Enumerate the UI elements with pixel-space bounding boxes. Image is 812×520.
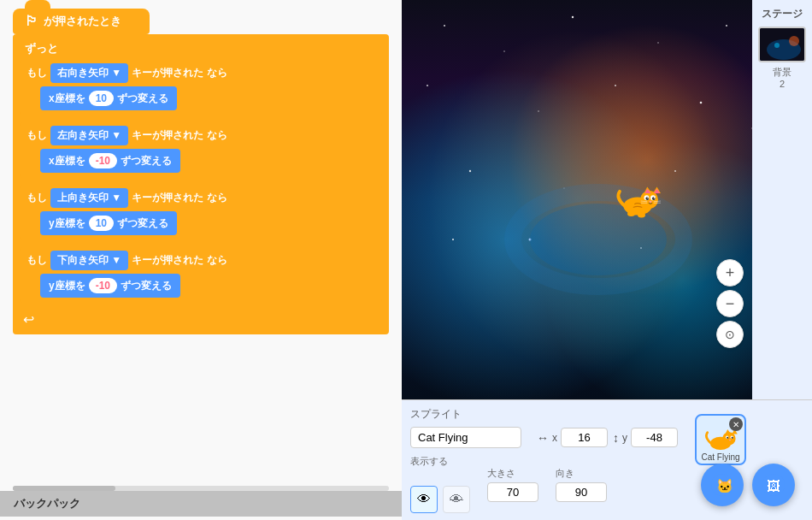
y-coord-group: ↕ y	[613, 428, 678, 447]
svg-point-31	[654, 198, 656, 199]
action-block-2[interactable]: y座標を 10 ずつ変える	[40, 211, 177, 235]
zoom-out-button[interactable]: −	[716, 290, 744, 317]
size-input[interactable]	[487, 482, 538, 502]
if-header-down: もし 下向き矢印 ▼ キーが押された なら	[26, 251, 375, 270]
then-label-1: なら	[207, 128, 227, 143]
if-label-1: もし	[26, 128, 47, 143]
zoom-in-button[interactable]: +	[716, 259, 744, 287]
svg-point-51	[729, 440, 731, 441]
action-val-3: -10	[89, 278, 117, 293]
visibility-group: 表示する 👁 👁	[410, 455, 470, 513]
right-panel: + − ⊙ ステージ 背景 2	[402, 0, 812, 520]
svg-point-29	[652, 197, 656, 200]
action-var-3: y座標を	[49, 279, 85, 293]
action-var-2: y座標を	[49, 216, 85, 231]
svg-point-32	[650, 201, 652, 203]
flag-icon: 🏳	[25, 14, 38, 29]
visibility-buttons: 👁 👁	[410, 486, 470, 513]
y-label: y	[622, 432, 627, 444]
sprite-thumbnails-section: ✕	[695, 407, 803, 469]
svg-point-38	[638, 213, 645, 218]
if-header-up: もし 上向き矢印 ▼ キーが押された なら	[26, 188, 375, 208]
if-block-up[interactable]: もし 上向き矢印 ▼ キーが押された なら y座標を 10 ずつ変える	[20, 185, 382, 240]
svg-point-50	[732, 437, 733, 439]
svg-text:🐱: 🐱	[716, 478, 733, 494]
sprite-coords: ↔ x ↕ y	[537, 428, 678, 447]
key-up-label: 上向き矢印 ▼	[57, 191, 121, 205]
loop-block[interactable]: ずっと もし 右向き矢印 ▼ キーが押された なら x座標を	[13, 34, 389, 334]
key-right-label: 右向き矢印 ▼	[57, 66, 121, 80]
sprite-thumb-cat[interactable]: ✕	[695, 414, 746, 465]
stage-add-icon: 🖼	[762, 473, 786, 497]
cat-sprite	[612, 180, 663, 218]
if-block-down[interactable]: もし 下向き矢印 ▼ キーが押された なら y座標を -10 ずつ変える	[20, 247, 382, 303]
loop-label: ずっと	[20, 38, 382, 60]
backdrop-count: 2	[780, 79, 785, 89]
y-value-input[interactable]	[631, 428, 678, 447]
action-val-1: -10	[89, 153, 117, 168]
svg-point-21	[640, 191, 658, 209]
size-label: 大きさ	[487, 467, 538, 480]
svg-point-44	[722, 432, 735, 445]
action-val-2: 10	[89, 216, 114, 231]
hide-button[interactable]: 👁	[443, 486, 470, 513]
cat-add-icon: 🐱	[710, 473, 734, 497]
stars-overlay	[402, 0, 752, 399]
sprite-name-input[interactable]	[410, 427, 521, 448]
code-area: 🏳 が押されたとき ずっと もし 右向き矢印 ▼ キーが押された	[0, 0, 402, 486]
action-val-0: 10	[89, 91, 114, 106]
show-label: 表示する	[410, 455, 470, 468]
then-label-2: なら	[207, 191, 227, 205]
key-left-pill[interactable]: 左向き矢印 ▼	[50, 126, 128, 145]
key-up-pill[interactable]: 上向き矢印 ▼	[50, 188, 128, 208]
stage-thumbnail[interactable]	[758, 27, 806, 62]
direction-label: 向き	[556, 467, 607, 480]
svg-point-37	[627, 211, 635, 216]
hat-block[interactable]: 🏳 が押されたとき	[13, 9, 150, 34]
direction-group: 向き	[556, 467, 607, 502]
svg-marker-45	[726, 429, 732, 434]
key-pressed-3: キーが押された	[132, 253, 203, 268]
direction-input[interactable]	[556, 482, 607, 502]
key-down-label: 下向き矢印 ▼	[57, 253, 121, 268]
action-var-1: x座標を	[49, 154, 85, 168]
action-block-3[interactable]: y座標を -10 ずつ変える	[40, 274, 180, 298]
svg-point-15	[452, 239, 454, 240]
action-suffix-3: ずつ変える	[121, 279, 172, 293]
x-value-input[interactable]	[561, 428, 608, 447]
svg-point-8	[615, 85, 616, 86]
key-pressed-2: キーが押された	[132, 191, 203, 205]
backpack-bar[interactable]: バックパック	[0, 491, 402, 517]
show-button[interactable]: 👁	[410, 486, 438, 513]
stage-sidebar: ステージ 背景 2	[752, 0, 812, 399]
x-coord-icon: ↔	[537, 431, 549, 445]
hat-block-label: が押されたとき	[44, 14, 121, 29]
svg-point-7	[538, 110, 539, 112]
action-block-1[interactable]: x座標を -10 ずつ変える	[40, 149, 180, 173]
add-backdrop-button[interactable]: 🖼	[752, 464, 795, 506]
backdrop-label: 背景	[773, 66, 791, 79]
key-down-pill[interactable]: 下向き矢印 ▼	[50, 251, 128, 270]
svg-point-9	[700, 102, 703, 104]
if-block-left[interactable]: もし 左向き矢印 ▼ キーが押された なら x座標を -10 ずつ変える	[20, 122, 382, 178]
svg-point-49	[727, 437, 728, 439]
y-coord-icon: ↕	[613, 431, 619, 445]
svg-point-0	[444, 25, 445, 27]
svg-point-13	[674, 170, 676, 172]
x-coord-group: ↔ x	[537, 428, 608, 447]
if-block-right[interactable]: もし 右向き矢印 ▼ キーが押された なら x座標を 10 ずつ変える	[20, 60, 382, 115]
sprite-panel-label: スプライト	[410, 407, 678, 422]
stage-container: + − ⊙ ステージ 背景 2	[402, 0, 812, 399]
add-sprite-button[interactable]: 🐱	[701, 464, 744, 506]
loop-end: ↩	[20, 310, 382, 328]
action-block-0[interactable]: x座標を 10 ずつ変える	[40, 86, 177, 110]
zoom-fit-button[interactable]: ⊙	[716, 321, 744, 348]
key-right-pill[interactable]: 右向き矢印 ▼	[50, 63, 128, 83]
svg-text:🖼: 🖼	[767, 479, 780, 493]
sprite-info-section: スプライト ↔ x ↕ y	[410, 407, 678, 513]
svg-point-1	[503, 50, 505, 52]
if-label-0: もし	[26, 66, 47, 80]
size-group: 大きさ	[487, 467, 538, 502]
if-header-left: もし 左向き矢印 ▼ キーが押された なら	[26, 126, 375, 145]
sprite-close-button[interactable]: ✕	[729, 417, 743, 431]
